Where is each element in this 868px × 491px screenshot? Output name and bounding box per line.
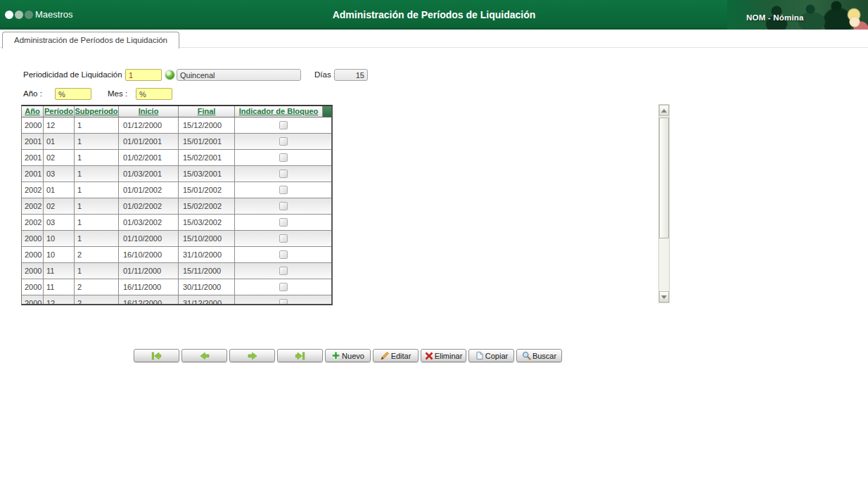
table-row[interactable]: 2000 10 2 16/10/2000 31/10/2000: [22, 247, 331, 263]
cell-inicio: 16/12/2000: [119, 295, 179, 305]
cell-subperiodo: 1: [75, 166, 119, 181]
last-record-button[interactable]: [277, 349, 323, 362]
column-header-indicador-bloqueo[interactable]: Indicador de Bloqueo: [235, 106, 323, 117]
bloqueo-checkbox: [279, 186, 288, 194]
table-row[interactable]: 2000 12 1 01/12/2000 15/12/2000: [22, 117, 331, 134]
column-header-final[interactable]: Final: [179, 106, 235, 117]
table-row[interactable]: 2002 02 1 01/02/2002 15/02/2002: [22, 198, 331, 215]
column-header-inicio[interactable]: Inicio: [119, 106, 179, 117]
cell-inicio: 01/03/2002: [119, 215, 179, 230]
copiar-label: Copiar: [485, 352, 508, 360]
mes-label: Mes :: [108, 89, 127, 98]
record-toolbar: Nuevo Editar Eliminar Copiar: [134, 349, 562, 362]
periodicidad-code-input[interactable]: [125, 69, 162, 81]
cell-periodo: 03: [44, 215, 75, 230]
periods-grid: Año Período Subperiodo Inicio Final Indi…: [21, 105, 333, 305]
grid-body: 2000 12 1 01/12/2000 15/12/2000 2001 01 …: [22, 117, 331, 305]
cell-periodo: 02: [44, 198, 75, 214]
previous-record-button[interactable]: [181, 349, 227, 362]
bloqueo-checkbox: [279, 283, 288, 291]
plus-icon: [331, 351, 340, 360]
cell-subperiodo: 1: [75, 198, 119, 214]
scroll-up-arrow-icon[interactable]: [659, 105, 669, 116]
cell-inicio: 16/11/2000: [119, 279, 179, 295]
scroll-down-arrow-icon[interactable]: [659, 291, 669, 302]
next-record-icon: [248, 352, 257, 360]
last-record-icon: [295, 352, 305, 360]
table-row[interactable]: 2002 03 1 01/03/2002 15/03/2002: [22, 215, 331, 231]
cell-indicador-bloqueo: [235, 247, 331, 262]
cell-anio: 2002: [22, 198, 44, 214]
cell-inicio: 01/03/2001: [119, 166, 179, 181]
table-row[interactable]: 2000 11 2 16/11/2000 30/11/2000: [22, 279, 331, 295]
lov-lookup-icon[interactable]: [165, 70, 174, 79]
app-header: Maestros Administración de Períodos de L…: [0, 0, 868, 30]
nuevo-button[interactable]: Nuevo: [325, 349, 371, 362]
cell-inicio: 01/12/2000: [119, 117, 179, 133]
window-dot-3-icon: [25, 11, 33, 19]
cell-anio: 2000: [22, 247, 44, 262]
cell-periodo: 02: [44, 150, 75, 165]
cell-inicio: 01/02/2002: [119, 198, 179, 214]
cell-indicador-bloqueo: [235, 295, 331, 305]
eliminar-button[interactable]: Eliminar: [421, 349, 466, 362]
cell-indicador-bloqueo: [235, 166, 331, 181]
table-row[interactable]: 2000 11 1 01/11/2000 15/11/2000: [22, 263, 331, 279]
cell-final: 31/10/2000: [179, 247, 235, 262]
cell-subperiodo: 1: [75, 215, 119, 230]
cell-subperiodo: 1: [75, 134, 119, 149]
cell-inicio: 01/11/2000: [119, 263, 179, 279]
bloqueo-checkbox: [279, 299, 288, 305]
column-header-anio[interactable]: Año: [22, 106, 44, 117]
anio-input[interactable]: [55, 88, 91, 100]
cell-anio: 2002: [22, 182, 44, 198]
cell-indicador-bloqueo: [235, 279, 331, 295]
first-record-button[interactable]: [134, 349, 179, 362]
next-record-button[interactable]: [229, 349, 275, 362]
table-row[interactable]: 2002 01 1 01/01/2002 15/01/2002: [22, 182, 331, 198]
column-header-periodo[interactable]: Período: [44, 106, 75, 117]
copiar-button[interactable]: Copiar: [468, 349, 514, 362]
table-row[interactable]: 2001 03 1 01/03/2001 15/03/2001: [22, 166, 331, 182]
cell-final: 15/12/2000: [179, 117, 235, 133]
brand-label: NOM - Nómina: [746, 13, 804, 22]
cell-subperiodo: 2: [75, 247, 119, 262]
bloqueo-checkbox: [279, 250, 288, 259]
table-row[interactable]: 2001 02 1 01/02/2001 15/02/2001: [22, 150, 331, 166]
editar-label: Editar: [391, 352, 411, 360]
bloqueo-checkbox: [279, 137, 288, 146]
first-record-icon: [151, 352, 162, 360]
cell-indicador-bloqueo: [235, 117, 331, 133]
cell-final: 15/01/2002: [179, 182, 235, 198]
copy-icon: [475, 351, 484, 360]
tab-administracion-periodos[interactable]: Administración de Períodos de Liquidació…: [2, 32, 179, 49]
cell-periodo: 10: [44, 247, 75, 262]
cell-periodo: 11: [44, 263, 75, 279]
page-title: Administración de Períodos de Liquidació…: [176, 9, 692, 20]
bloqueo-checkbox: [279, 170, 288, 178]
bloqueo-checkbox: [279, 218, 288, 227]
dias-field[interactable]: [334, 69, 368, 81]
vertical-scrollbar[interactable]: [658, 104, 670, 303]
table-row[interactable]: 2000 10 1 01/10/2000 15/10/2000: [22, 231, 331, 247]
cell-indicador-bloqueo: [235, 134, 331, 149]
nuevo-label: Nuevo: [342, 352, 364, 360]
grid-header-end-cap: [323, 106, 331, 117]
search-icon: [522, 351, 531, 360]
periodicidad-description-field[interactable]: [177, 69, 301, 81]
table-row[interactable]: 2001 01 1 01/01/2001 15/01/2001: [22, 134, 331, 150]
cell-periodo: 12: [44, 117, 75, 133]
buscar-label: Buscar: [532, 352, 556, 360]
scrollbar-thumb[interactable]: [659, 117, 669, 238]
table-row[interactable]: 2000 12 2 16/12/2000 31/12/2000: [22, 295, 331, 305]
app-window: Maestros Administración de Períodos de L…: [0, 0, 868, 491]
cell-inicio: 01/01/2002: [119, 182, 179, 198]
editar-button[interactable]: Editar: [373, 349, 419, 362]
mes-input[interactable]: [136, 88, 172, 100]
buscar-button[interactable]: Buscar: [516, 349, 562, 362]
eliminar-label: Eliminar: [435, 352, 463, 360]
cell-anio: 2001: [22, 150, 44, 165]
column-header-subperiodo[interactable]: Subperiodo: [75, 106, 119, 117]
cell-final: 15/03/2002: [179, 215, 235, 230]
bloqueo-checkbox: [279, 121, 288, 129]
